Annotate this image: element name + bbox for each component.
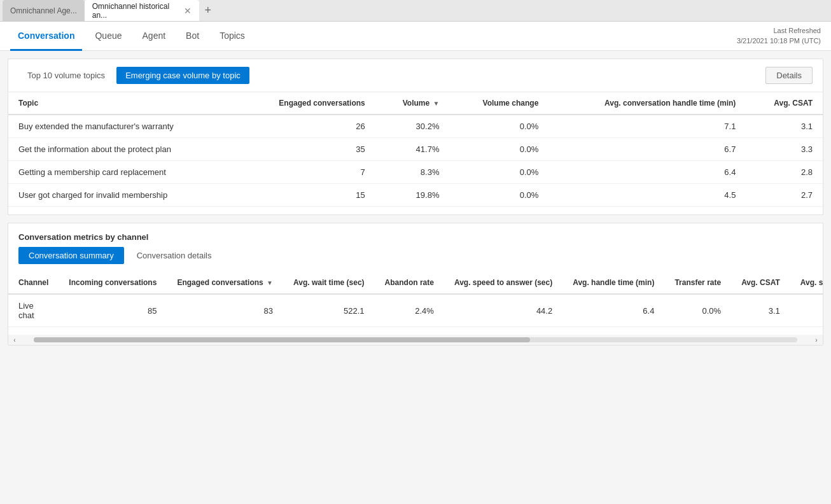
cell-avgsurvey bbox=[790, 294, 823, 327]
table-row: Live chat 85 83 522.1 2.4% 44.2 6.4 0.0%… bbox=[8, 294, 823, 327]
table-row: Buy extended the manufacturer's warranty… bbox=[8, 115, 823, 138]
nav-tabs: Conversation Queue Agent Bot Topics bbox=[10, 22, 253, 50]
cell-engaged: 35 bbox=[237, 138, 375, 161]
browser-tab-1[interactable]: Omnichannel Age... bbox=[3, 0, 85, 21]
col-header-transfer: Transfer rate bbox=[664, 272, 731, 294]
topic-volume-panel: Top 10 volume topics Emerging case volum… bbox=[8, 59, 823, 215]
nav-tab-conversation[interactable]: Conversation bbox=[10, 22, 82, 51]
col-header-avgwait: Avg. wait time (sec) bbox=[283, 272, 375, 294]
last-refreshed: Last Refreshed 3/21/2021 10:18 PM (UTC) bbox=[737, 26, 821, 46]
table-row: Getting a membership card replacement 7 … bbox=[8, 161, 823, 184]
col-header-incoming: Incoming conversations bbox=[59, 272, 167, 294]
details-button[interactable]: Details bbox=[765, 67, 813, 84]
topic-panel-header: Top 10 volume topics Emerging case volum… bbox=[8, 59, 823, 92]
col-header-avgcsat: Avg. CSAT bbox=[746, 92, 823, 115]
topic-tab-group: Top 10 volume topics Emerging case volum… bbox=[18, 67, 249, 84]
scroll-track bbox=[34, 337, 797, 342]
cell-abandon: 2.4% bbox=[375, 294, 444, 327]
cell-volume: 41.7% bbox=[375, 138, 450, 161]
cell-volume: 30.2% bbox=[375, 115, 450, 138]
cell-volumechange: 0.0% bbox=[449, 161, 548, 184]
col-header-avgsurvey: Avg. survey se bbox=[790, 272, 823, 294]
sort-icon-volume: ▼ bbox=[433, 100, 440, 107]
sort-icon-engaged: ▼ bbox=[267, 279, 273, 286]
scroll-thumb bbox=[34, 337, 530, 342]
cell-avgcsat: 3.1 bbox=[731, 294, 790, 327]
nav-tab-topics[interactable]: Topics bbox=[212, 22, 253, 51]
cell-avghandle: 6.4 bbox=[548, 161, 746, 184]
browser-tab-bar: Omnichannel Age... Omnichannel historica… bbox=[0, 0, 831, 22]
section-title-metrics: Conversation metrics by channel bbox=[8, 223, 823, 247]
col-header-topic: Topic bbox=[8, 92, 237, 115]
tab-emerging-volume[interactable]: Emerging case volume by topic bbox=[116, 67, 249, 84]
cell-avgcsat: 3.1 bbox=[746, 115, 823, 138]
table-row: User got charged for invalid membership … bbox=[8, 184, 823, 207]
tab-top10-volume[interactable]: Top 10 volume topics bbox=[18, 67, 114, 84]
browser-tab-2[interactable]: Omnichannel historical an... ✕ bbox=[85, 0, 199, 21]
cell-avghandle: 7.1 bbox=[548, 115, 746, 138]
topic-table-container: Topic Engaged conversations Volume ▼ Vol… bbox=[8, 92, 823, 214]
col-header-avghandle-ch: Avg. handle time (min) bbox=[562, 272, 664, 294]
cell-topic: Getting a membership card replacement bbox=[8, 161, 237, 184]
col-header-engaged: Engaged conversations bbox=[237, 92, 375, 115]
nav-tab-queue[interactable]: Queue bbox=[87, 22, 129, 51]
conversation-metrics-panel: Conversation metrics by channel Conversa… bbox=[8, 223, 823, 346]
cell-transfer: 0.0% bbox=[664, 294, 731, 327]
col-header-avghandle: Avg. conversation handle time (min) bbox=[548, 92, 746, 115]
col-header-avgspeed: Avg. speed to answer (sec) bbox=[444, 272, 562, 294]
cell-avghandle: 6.7 bbox=[548, 138, 746, 161]
cell-avghandle: 4.5 bbox=[548, 184, 746, 207]
cell-topic: Buy extended the manufacturer's warranty bbox=[8, 115, 237, 138]
cell-avghandle: 6.4 bbox=[562, 294, 664, 327]
nav-tab-bot[interactable]: Bot bbox=[178, 22, 207, 51]
close-icon[interactable]: ✕ bbox=[184, 6, 192, 16]
cell-engaged: 26 bbox=[237, 115, 375, 138]
col-header-engaged-ch[interactable]: Engaged conversations ▼ bbox=[167, 272, 283, 294]
scroll-right-arrow[interactable]: › bbox=[810, 337, 823, 344]
tab-conversation-summary[interactable]: Conversation summary bbox=[18, 247, 124, 264]
cell-avgspeed: 44.2 bbox=[444, 294, 562, 327]
col-header-abandon: Abandon rate bbox=[375, 272, 444, 294]
last-refreshed-value: 3/21/2021 10:18 PM (UTC) bbox=[737, 36, 821, 46]
cell-volume: 19.8% bbox=[375, 184, 450, 207]
sub-tab-group: Conversation summary Conversation detail… bbox=[8, 247, 823, 272]
col-header-volume[interactable]: Volume ▼ bbox=[375, 92, 450, 115]
cell-topic: User got charged for invalid membership bbox=[8, 184, 237, 207]
cell-engaged: 7 bbox=[237, 161, 375, 184]
cell-volumechange: 0.0% bbox=[449, 138, 548, 161]
cell-volume: 8.3% bbox=[375, 161, 450, 184]
cell-volumechange: 0.0% bbox=[449, 184, 548, 207]
scroll-left-arrow[interactable]: ‹ bbox=[8, 337, 21, 344]
new-tab-button[interactable]: + bbox=[199, 2, 217, 20]
cell-volumechange: 0.0% bbox=[449, 115, 548, 138]
cell-avgcsat: 2.8 bbox=[746, 161, 823, 184]
col-header-avgcsat-ch: Avg. CSAT bbox=[731, 272, 790, 294]
last-refreshed-label: Last Refreshed bbox=[737, 26, 821, 36]
table-row: Get the information about the protect pl… bbox=[8, 138, 823, 161]
tab-conversation-details[interactable]: Conversation details bbox=[127, 247, 222, 264]
app-header: Conversation Queue Agent Bot Topics Last… bbox=[0, 22, 831, 51]
metrics-table-container: Channel Incoming conversations Engaged c… bbox=[8, 272, 823, 335]
cell-avgwait: 522.1 bbox=[283, 294, 375, 327]
metrics-table: Channel Incoming conversations Engaged c… bbox=[8, 272, 823, 327]
horizontal-scrollbar[interactable]: ‹ › bbox=[8, 335, 823, 345]
topic-table: Topic Engaged conversations Volume ▼ Vol… bbox=[8, 92, 823, 207]
cell-topic: Get the information about the protect pl… bbox=[8, 138, 237, 161]
col-header-channel: Channel bbox=[8, 272, 59, 294]
col-header-volumechange: Volume change bbox=[449, 92, 548, 115]
cell-engaged: 83 bbox=[167, 294, 283, 327]
main-content: Top 10 volume topics Emerging case volum… bbox=[0, 51, 831, 504]
cell-avgcsat: 3.3 bbox=[746, 138, 823, 161]
nav-tab-agent[interactable]: Agent bbox=[135, 22, 174, 51]
browser-tab-2-label: Omnichannel historical an... bbox=[92, 2, 179, 20]
cell-incoming: 85 bbox=[59, 294, 167, 327]
browser-tab-1-label: Omnichannel Age... bbox=[10, 6, 77, 15]
cell-engaged: 15 bbox=[237, 184, 375, 207]
cell-avgcsat: 2.7 bbox=[746, 184, 823, 207]
cell-channel: Live chat bbox=[8, 294, 59, 327]
